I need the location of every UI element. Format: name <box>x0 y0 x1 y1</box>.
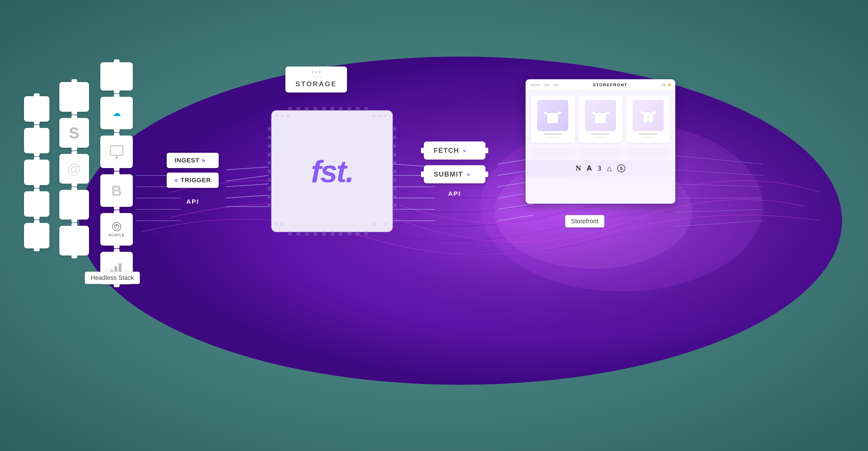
stack-card-plain-5 <box>24 223 50 248</box>
stack-card-col2-4 <box>59 190 89 220</box>
ingest-label: INGEST <box>175 157 199 164</box>
stack-card-col2-at: @ <box>59 154 89 184</box>
tshirt-icon-1 <box>543 106 563 125</box>
product-row-2 <box>526 148 675 160</box>
submit-card: SUBMIT « <box>424 165 486 184</box>
fetch-notch-right <box>483 148 488 153</box>
s-icon: S <box>69 124 80 142</box>
stack-card-col2-5 <box>59 226 89 255</box>
product-card-5 <box>579 148 622 158</box>
product-card-6 <box>626 148 670 158</box>
svg-text:S: S <box>620 166 623 171</box>
product-bar-2 <box>591 133 610 135</box>
fetch-card: FETCH « <box>424 141 486 160</box>
main-container: S @ ☁ B <box>0 0 868 451</box>
shirt-icon-2 <box>591 106 610 125</box>
ingest-arrows-icon: » <box>202 157 206 164</box>
product-bar-2b <box>594 137 607 138</box>
col2-cards: S @ <box>59 82 89 255</box>
submit-arrows-icon: « <box>467 171 475 177</box>
storefront-label: Storefront <box>565 215 604 227</box>
brand-3: 3 <box>598 164 601 173</box>
stack-card-col3-top <box>100 62 133 90</box>
api-left-label: API <box>186 198 199 205</box>
svg-line-101 <box>664 86 666 87</box>
api-right-label: API <box>448 190 461 197</box>
stack-card-tag <box>100 136 133 168</box>
api-group-right: FETCH « SUBMIT « API <box>424 141 486 184</box>
fst-logo: fst. <box>269 108 396 235</box>
stack-card-plain-3 <box>24 160 50 185</box>
submit-notch-right <box>483 171 488 177</box>
stack-card-scayle: SCAYLE <box>100 213 133 246</box>
svg-rect-37 <box>111 146 123 155</box>
stack-card-plain-2 <box>24 128 50 153</box>
storefront-title: STOREFRONT <box>593 82 627 87</box>
storefront-preview: women men kids STOREFRONT <box>526 79 675 204</box>
submit-label: SUBMIT <box>434 170 463 178</box>
brand-a: A <box>587 164 592 173</box>
stack-card-salesforce: ☁ <box>100 97 133 129</box>
header-dot-icon <box>668 84 671 86</box>
trigger-arrows-icon: « <box>175 176 178 184</box>
fetch-notch-left <box>421 148 427 153</box>
product-card-2 <box>579 95 622 143</box>
svg-point-40 <box>113 222 121 231</box>
storage-dot-2 <box>315 71 317 73</box>
jacket-icon-3 <box>639 106 658 125</box>
product-grid <box>526 90 675 148</box>
storefront-header-icons <box>661 83 671 87</box>
product-image-1 <box>537 100 568 131</box>
svg-point-100 <box>662 83 665 86</box>
stack-card-plain-4 <box>24 191 50 217</box>
product-card-1 <box>531 95 575 143</box>
nav-kids: kids <box>553 83 559 87</box>
salesforce-logo: ☁ <box>113 108 121 118</box>
storage-box: STORAGE <box>285 66 347 92</box>
salesforce-cloud: ☁ <box>113 108 121 118</box>
scayle-text: SCAYLE <box>108 233 125 237</box>
brand-s-logo: S <box>617 164 625 172</box>
nav-men: men <box>544 83 550 87</box>
fetch-arrows-icon: « <box>463 148 472 153</box>
tag-shape-icon <box>108 143 125 161</box>
storage-dashes <box>312 76 321 77</box>
product-image-3 <box>632 100 664 131</box>
product-bar-1b <box>547 137 559 138</box>
storage-dots-row <box>312 71 321 73</box>
at-icon: @ <box>67 161 82 177</box>
trigger-label: TRIGGER <box>181 176 211 184</box>
storage-dot-3 <box>319 71 321 73</box>
col1-cards <box>24 96 50 248</box>
fst-chip-wrapper: fst. <box>269 108 396 235</box>
ingest-pill: INGEST » <box>167 153 219 168</box>
api-group-left: INGEST » « TRIGGER API <box>167 153 219 191</box>
fst-text: fst. <box>311 153 353 189</box>
nav-women: women <box>530 83 540 87</box>
product-card-3 <box>626 95 670 143</box>
storage-label: STORAGE <box>296 80 337 88</box>
storefront-nav-items: women men kids <box>530 83 559 87</box>
storefront-window-header: women men kids STOREFRONT <box>526 80 675 90</box>
svg-point-42 <box>116 224 118 226</box>
svg-text:«: « <box>467 171 470 177</box>
product-bar-1 <box>544 133 562 135</box>
b-icon: B <box>111 182 122 199</box>
search-icon <box>661 83 666 87</box>
submit-notch-left <box>421 171 427 177</box>
product-bar-3b <box>642 137 654 138</box>
stack-card-b: B <box>100 174 133 207</box>
brand-n: N <box>576 164 581 173</box>
product-card-4 <box>531 148 575 158</box>
brand-triangle: △ <box>607 165 612 172</box>
scayle-circle-icon <box>112 222 122 232</box>
fetch-label: FETCH <box>434 146 459 154</box>
brand-logos-bar: N A 3 △ S <box>526 160 675 176</box>
product-image-2 <box>585 100 616 131</box>
col3-cards: ☁ B SCAYLE <box>100 62 133 284</box>
stack-card-plain-1 <box>24 96 50 122</box>
svg-point-38 <box>116 157 118 159</box>
stack-card-col2-1 <box>59 82 89 112</box>
svg-text:«: « <box>463 148 466 153</box>
storage-dot-1 <box>312 71 314 73</box>
